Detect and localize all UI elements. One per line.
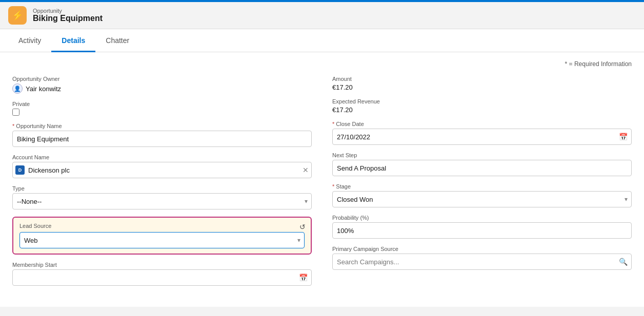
stage-label: Stage <box>332 183 632 189</box>
lead-source-group: Lead Source ↺ --None-- Web Phone Inquiry… <box>12 217 312 255</box>
private-label: Private <box>12 101 312 107</box>
next-step-label: Next Step <box>332 152 632 158</box>
probability-label: Probability (%) <box>332 215 632 221</box>
membership-start-label: Membership Start <box>12 262 312 268</box>
app-title-block: Opportunity Biking Equipment <box>33 8 103 23</box>
campaign-search-icon[interactable]: 🔍 <box>619 258 628 266</box>
record-name: Biking Equipment <box>33 14 103 23</box>
amount-value: €17.20 <box>332 83 632 91</box>
expected-revenue-group: Expected Revenue €17.20 <box>332 98 632 114</box>
probability-input[interactable] <box>332 222 632 239</box>
record-type: Opportunity <box>33 8 103 14</box>
membership-start-input[interactable] <box>12 269 312 286</box>
membership-start-calendar-icon[interactable]: 📅 <box>299 273 308 282</box>
stage-select-wrapper: Prospecting Qualification Needs Analysis… <box>332 191 632 207</box>
app-icon-symbol: ⚡ <box>12 10 23 21</box>
private-checkbox-wrapper <box>12 109 312 116</box>
amount-label: Amount <box>332 76 632 82</box>
left-column: Opportunity Owner 👤 Yair konwitz Private… <box>12 76 312 293</box>
private-group: Private <box>12 101 312 116</box>
primary-campaign-source-input[interactable] <box>332 254 632 270</box>
account-name-input-wrapper: D ✕ <box>12 162 312 178</box>
required-info: * = Required Information <box>12 60 632 68</box>
expected-revenue-value: €17.20 <box>332 106 632 114</box>
next-step-input[interactable] <box>332 160 632 176</box>
tabs-bar: Activity Details Chatter <box>0 29 644 52</box>
expected-revenue-label: Expected Revenue <box>332 98 632 104</box>
tab-activity[interactable]: Activity <box>8 29 51 52</box>
type-label: Type <box>12 185 312 192</box>
account-clear-icon[interactable]: ✕ <box>303 166 309 174</box>
membership-start-input-wrapper: 📅 <box>12 269 312 286</box>
primary-campaign-source-label: Primary Campaign Source <box>332 246 632 252</box>
form-columns: Opportunity Owner 👤 Yair konwitz Private… <box>12 76 632 293</box>
amount-group: Amount €17.20 <box>332 76 632 91</box>
opportunity-name-input[interactable] <box>12 131 312 147</box>
owner-value: Yair konwitz <box>26 85 61 93</box>
lead-source-select[interactable]: --None-- Web Phone Inquiry Partner Refer… <box>19 232 305 248</box>
opportunity-name-group: Opportunity Name <box>12 123 312 147</box>
tab-details[interactable]: Details <box>51 29 95 52</box>
close-date-calendar-icon[interactable]: 📅 <box>619 133 628 141</box>
opportunity-name-label: Opportunity Name <box>12 123 312 129</box>
stage-group: Stage Prospecting Qualification Needs An… <box>332 183 632 207</box>
private-checkbox[interactable] <box>12 109 19 116</box>
primary-campaign-source-group: Primary Campaign Source 🔍 <box>332 246 632 270</box>
opportunity-owner-label: Opportunity Owner <box>12 76 312 82</box>
opportunity-owner-group: Opportunity Owner 👤 Yair konwitz <box>12 76 312 94</box>
type-select-wrapper: --None-- <box>12 193 312 209</box>
primary-campaign-source-wrapper: 🔍 <box>332 254 632 270</box>
stage-select[interactable]: Prospecting Qualification Needs Analysis… <box>332 191 632 207</box>
type-group: Type --None-- <box>12 185 312 209</box>
probability-group: Probability (%) <box>332 215 632 239</box>
app-icon: ⚡ <box>8 6 27 25</box>
type-select[interactable]: --None-- <box>12 193 312 209</box>
tab-chatter[interactable]: Chatter <box>95 29 139 52</box>
account-name-label: Account Name <box>12 154 312 160</box>
owner-row: 👤 Yair konwitz <box>12 83 312 94</box>
app-header: ⚡ Opportunity Biking Equipment <box>0 2 644 29</box>
account-name-input[interactable] <box>12 162 312 178</box>
lead-source-select-wrapper: --None-- Web Phone Inquiry Partner Refer… <box>19 232 305 248</box>
membership-start-group: Membership Start 📅 <box>12 262 312 286</box>
account-badge-icon: D <box>15 165 25 175</box>
close-date-input-wrapper: 📅 <box>332 129 632 145</box>
lead-source-undo-icon[interactable]: ↺ <box>299 223 306 231</box>
owner-avatar-icon: 👤 <box>12 83 23 94</box>
close-date-label: Close Date <box>332 121 632 127</box>
main-content: * = Required Information Opportunity Own… <box>0 52 644 307</box>
close-date-group: Close Date 📅 <box>332 121 632 145</box>
account-name-group: Account Name D ✕ <box>12 154 312 178</box>
lead-source-label: Lead Source <box>19 223 305 229</box>
close-date-input[interactable] <box>332 129 632 145</box>
next-step-group: Next Step <box>332 152 632 176</box>
right-column: Amount €17.20 Expected Revenue €17.20 Cl… <box>332 76 632 293</box>
